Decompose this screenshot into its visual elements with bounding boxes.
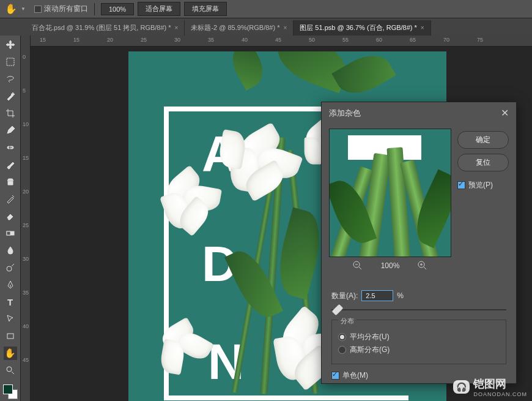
clone-stamp-tool[interactable] — [4, 175, 17, 189]
healing-brush-tool[interactable] — [4, 141, 17, 154]
ruler-num: 0 — [23, 54, 26, 60]
watermark-text: 铠图网 — [473, 377, 527, 391]
zoom-tool[interactable] — [4, 364, 17, 377]
lily-flower — [145, 318, 222, 384]
ruler-tick: 70 — [443, 37, 449, 43]
close-icon[interactable]: × — [283, 24, 287, 31]
color-swatches[interactable] — [3, 384, 18, 399]
monochrome-label: 单色(M) — [342, 370, 368, 381]
tab-label: 未标题-2 @ 85.9%(RGB/8#) * — [191, 23, 279, 32]
radio-icon — [338, 333, 346, 341]
checkbox-icon — [331, 372, 339, 380]
scroll-all-label: 滚动所有窗口 — [44, 4, 88, 14]
zoom-in-icon[interactable] — [418, 261, 427, 271]
ruler-tick: 55 — [342, 37, 349, 43]
amount-unit: % — [397, 291, 404, 300]
lily-flower — [214, 131, 300, 204]
slider-thumb[interactable] — [332, 304, 344, 316]
amount-slider[interactable] — [331, 305, 506, 315]
options-bar: ✋ ▼ 滚动所有窗口 100% 适合屏幕 填充屏幕 — [0, 0, 532, 18]
add-noise-dialog: 添加杂色 ✕ 100% 确定 复位 预览(P — [321, 102, 517, 384]
crop-tool[interactable] — [4, 107, 17, 120]
pen-tool[interactable] — [4, 278, 17, 291]
ruler-num: 25 — [23, 222, 29, 228]
zoom-level-field[interactable]: 100% — [101, 3, 134, 15]
magic-wand-tool[interactable] — [4, 89, 17, 103]
gaussian-radio[interactable]: 高斯分布(G) — [338, 345, 500, 355]
amount-row: 数量(A): % — [331, 290, 506, 301]
tool-preset-dropdown[interactable]: ▼ — [21, 6, 26, 12]
ruler-tick: 15 — [73, 37, 79, 43]
type-tool[interactable]: T — [4, 295, 17, 309]
preview-label: 预览(P) — [468, 180, 493, 190]
ruler-h: 15 15 20 25 30 35 40 45 50 55 60 65 70 7… — [31, 36, 532, 47]
ruler-tick: 65 — [410, 37, 416, 43]
distribution-legend: 分布 — [338, 317, 357, 326]
ruler-tick: 45 — [275, 37, 281, 43]
fit-screen-button[interactable]: 适合屏幕 — [138, 2, 180, 16]
fill-screen-button[interactable]: 填充屏幕 — [184, 2, 227, 16]
ruler-tick: 40 — [242, 37, 248, 43]
separator — [94, 3, 95, 15]
ruler-tick: 20 — [107, 37, 113, 43]
foreground-color[interactable] — [3, 384, 13, 394]
lasso-tool[interactable] — [4, 72, 17, 86]
checkbox-icon — [34, 6, 42, 13]
blur-tool[interactable] — [4, 244, 17, 257]
checkbox-icon — [457, 181, 465, 189]
slider-track — [331, 309, 506, 310]
doc-tab-2[interactable]: 图层 51.psb @ 36.7% (百合, RGB/8#) * × — [294, 20, 430, 36]
zoom-out-icon[interactable] — [353, 261, 363, 271]
ruler-num: 30 — [23, 256, 29, 262]
history-brush-tool[interactable] — [4, 192, 17, 206]
reset-button[interactable]: 复位 — [457, 154, 509, 171]
preview-zoom-controls: 100% — [329, 257, 451, 274]
ruler-tick: 60 — [376, 37, 382, 43]
brush-tool[interactable] — [4, 158, 17, 171]
rectangle-tool[interactable] — [4, 329, 17, 343]
tools-panel: T ✋ — [0, 36, 21, 401]
ruler-num: 5 — [23, 88, 26, 94]
filter-preview[interactable] — [329, 129, 451, 257]
ruler-num: 10 — [23, 121, 29, 127]
dialog-title: 添加杂色 — [329, 108, 361, 119]
uniform-radio[interactable]: 平均分布(U) — [338, 332, 500, 342]
ruler-num: 20 — [23, 189, 29, 195]
ruler-tick: 75 — [477, 37, 483, 43]
ok-button[interactable]: 确定 — [457, 131, 509, 149]
amount-input[interactable] — [361, 290, 393, 301]
radio-icon — [338, 346, 346, 354]
doc-tab-0[interactable]: 百合花.psd @ 31.9% (图层 51 拷贝, RGB/8#) * × — [26, 20, 185, 36]
preview-checkbox[interactable]: 预览(P) — [457, 180, 509, 190]
ruler-num: 15 — [23, 155, 29, 161]
svg-point-6 — [7, 367, 12, 372]
hand-tool-icon[interactable]: ✋ — [5, 3, 17, 15]
eraser-tool[interactable] — [4, 209, 17, 223]
zoom-level-label: 100% — [381, 261, 400, 270]
marquee-tool[interactable] — [4, 55, 17, 69]
svg-rect-3 — [7, 231, 10, 235]
gradient-tool[interactable] — [4, 227, 17, 240]
ruler-num: 45 — [23, 357, 29, 363]
amount-label: 数量(A): — [331, 291, 358, 301]
tab-label: 百合花.psd @ 31.9% (图层 51 拷贝, RGB/8#) * — [32, 23, 171, 32]
uniform-label: 平均分布(U) — [350, 332, 390, 342]
ruler-tick: 25 — [141, 37, 147, 43]
dodge-tool[interactable] — [4, 261, 17, 274]
move-tool[interactable] — [4, 38, 17, 51]
close-icon[interactable]: × — [175, 24, 179, 31]
eyedropper-tool[interactable] — [4, 124, 17, 137]
watermark-icon: 🎧 — [453, 380, 470, 394]
scroll-all-checkbox[interactable]: 滚动所有窗口 — [34, 4, 88, 14]
close-icon[interactable]: ✕ — [501, 107, 509, 119]
hand-tool[interactable]: ✋ — [4, 347, 17, 360]
doc-tab-1[interactable]: 未标题-2 @ 85.9%(RGB/8#) * × — [185, 20, 294, 36]
tab-label: 图层 51.psb @ 36.7% (百合, RGB/8#) * — [300, 23, 417, 32]
close-icon[interactable]: × — [421, 24, 424, 31]
svg-rect-0 — [7, 58, 14, 66]
ruler-num: 40 — [23, 323, 29, 329]
path-selection-tool[interactable] — [4, 312, 17, 326]
ruler-v-gutter: 0 5 10 15 20 25 30 35 40 45 — [21, 36, 31, 401]
dialog-titlebar[interactable]: 添加杂色 ✕ — [322, 102, 516, 124]
document-tabs: 百合花.psd @ 31.9% (图层 51 拷贝, RGB/8#) * × 未… — [0, 18, 532, 36]
